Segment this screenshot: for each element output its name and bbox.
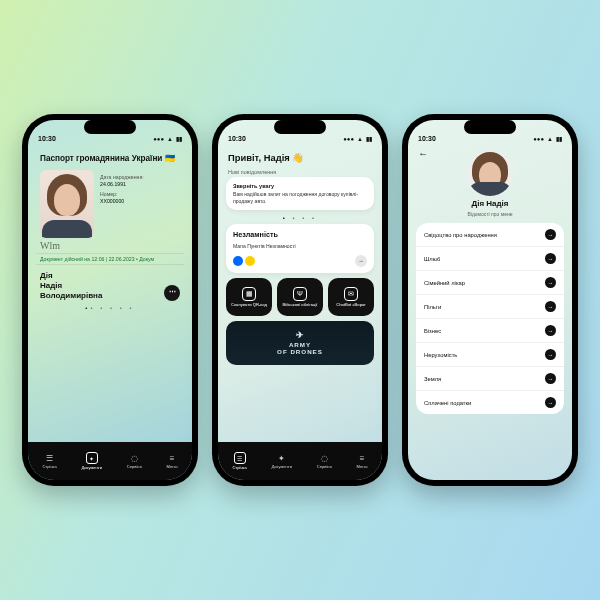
back-button[interactable]: ←: [418, 148, 428, 159]
info-list: Свідоцтво про народження→ Шлюб→ Сімейний…: [416, 223, 564, 414]
list-item[interactable]: Сімейний лікар→: [416, 271, 564, 295]
status-time: 10:30: [228, 135, 246, 142]
arrow-icon: →: [545, 349, 556, 360]
number-value: XX000000: [100, 198, 144, 205]
arrow-icon: →: [545, 301, 556, 312]
chat-icon: ✉: [344, 287, 358, 301]
notice-card[interactable]: Зверніть увагу Вам надійшов запит на пог…: [226, 177, 374, 210]
tile-military-bonds[interactable]: ΨВійськові облігації: [277, 278, 323, 316]
trident-icon: Ψ: [293, 287, 307, 301]
arrow-icon[interactable]: →: [355, 255, 367, 267]
invincibility-icons: [233, 256, 255, 266]
arrow-icon: →: [545, 253, 556, 264]
notch: [464, 120, 516, 134]
more-button[interactable]: ⋯: [164, 285, 180, 301]
screen: 10:30 ●●●▲▮▮ Привіт, Надія 👋 Нові повідо…: [218, 120, 382, 480]
greeting: Привіт, Надія 👋: [226, 148, 374, 167]
status-icons: ●●●▲▮▮: [533, 135, 562, 142]
status-time: 10:30: [38, 135, 56, 142]
passport-meta: Дата народження: 24.06.1991 Номер: XX000…: [100, 170, 144, 238]
arrow-icon: →: [545, 277, 556, 288]
army-of-drones-banner[interactable]: ✈ ARMY OF DRONES: [226, 321, 374, 365]
invincibility-card[interactable]: Незламність Мапа Пунктів Незламності →: [226, 224, 374, 273]
list-item[interactable]: Нерухомість→: [416, 343, 564, 367]
dob-value: 24.06.1991: [100, 181, 144, 188]
list-item[interactable]: Свідоцтво про народження→: [416, 223, 564, 247]
notch: [274, 120, 326, 134]
dob-label: Дата народження:: [100, 174, 144, 181]
phone-home: 10:30 ●●●▲▮▮ Привіт, Надія 👋 Нові повідо…: [212, 114, 388, 486]
qr-icon: ▦: [242, 287, 256, 301]
invincibility-subtitle: Мапа Пунктів Незламності: [233, 243, 367, 250]
arrow-icon: →: [545, 229, 556, 240]
signature: Wlm: [36, 238, 184, 253]
profile-name: Дія Надія: [471, 199, 508, 208]
home-content: Привіт, Надія 👋 Нові повідомлення Зверні…: [218, 144, 382, 442]
quick-tiles: ▦Сканувати QR-код ΨВійськові облігації ✉…: [226, 278, 374, 316]
list-item[interactable]: Бізнес→: [416, 319, 564, 343]
list-item[interactable]: Земля→: [416, 367, 564, 391]
arrow-icon: →: [545, 373, 556, 384]
profile-content: ← Дія Надія Відомості про мене Свідоцтво…: [408, 144, 572, 480]
notice-dots[interactable]: • • • •: [226, 215, 374, 224]
list-item[interactable]: Сплачені податки→: [416, 391, 564, 414]
nav-feed[interactable]: ☰Стрічка: [42, 454, 56, 469]
holder-name: Дія Надія Володимирівна: [40, 271, 102, 301]
tile-chatbot[interactable]: ✉ChatBot єВорог: [328, 278, 374, 316]
validity-ticker: Документ дійсний на 12:06 | 22.06.2023 •…: [36, 253, 184, 265]
notice-body: Вам надійшов запит на погодження договор…: [233, 191, 367, 204]
bottom-nav: ☰Стрічка ✦Документи ◌Сервіси ≡Меню: [218, 442, 382, 480]
avatar[interactable]: [467, 150, 513, 196]
new-messages-label: Нові повідомлення: [226, 167, 374, 177]
nav-services[interactable]: ◌Сервіси: [317, 454, 332, 469]
nav-feed[interactable]: ☰Стрічка: [232, 452, 246, 470]
drone-icon: ✈: [296, 330, 304, 340]
arrow-icon: →: [545, 325, 556, 336]
page-dots[interactable]: •• • • • •: [36, 301, 184, 311]
number-label: Номер:: [100, 191, 144, 198]
status-icons: ●●●▲▮▮: [153, 135, 182, 142]
passport-photo: [40, 170, 94, 238]
nav-services[interactable]: ◌Сервіси: [127, 454, 142, 469]
status-time: 10:30: [418, 135, 436, 142]
arrow-icon: →: [545, 397, 556, 408]
profile-subtitle: Відомості про мене: [467, 211, 512, 217]
notice-title: Зверніть увагу: [233, 183, 367, 189]
list-item[interactable]: Шлюб→: [416, 247, 564, 271]
notch: [84, 120, 136, 134]
nav-menu[interactable]: ≡Меню: [356, 454, 367, 469]
status-icons: ●●●▲▮▮: [343, 135, 372, 142]
phone-passport: 10:30 ●●●▲▮▮ Паспорт громадянина України…: [22, 114, 198, 486]
list-item[interactable]: Пільги→: [416, 295, 564, 319]
bottom-nav: ☰Стрічка ✦Документи ◌Сервіси ≡Меню: [28, 442, 192, 480]
nav-documents[interactable]: ✦Документи: [82, 452, 102, 470]
invincibility-title: Незламність: [233, 230, 367, 239]
nav-documents[interactable]: ✦Документи: [272, 454, 292, 469]
phone-profile: 10:30 ●●●▲▮▮ ← Дія Надія Відомості про м…: [402, 114, 578, 486]
screen: 10:30 ●●●▲▮▮ ← Дія Надія Відомості про м…: [408, 120, 572, 480]
screen: 10:30 ●●●▲▮▮ Паспорт громадянина України…: [28, 120, 192, 480]
passport-card[interactable]: Паспорт громадянина України 🇺🇦 Дата наро…: [28, 144, 192, 442]
tile-qr-scan[interactable]: ▦Сканувати QR-код: [226, 278, 272, 316]
passport-title: Паспорт громадянина України 🇺🇦: [36, 148, 184, 168]
nav-menu[interactable]: ≡Меню: [166, 454, 177, 469]
